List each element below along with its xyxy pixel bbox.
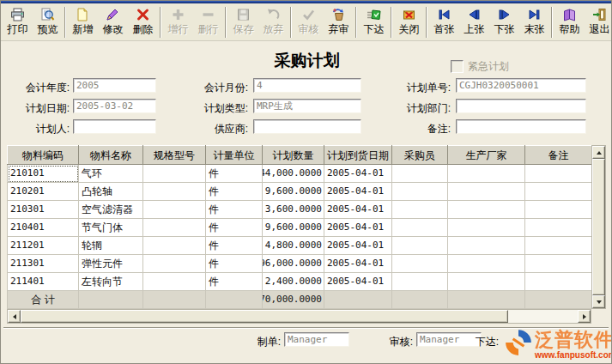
creator-input[interactable] [284,332,349,347]
cell-note[interactable] [525,273,592,291]
cell-manufacturer[interactable] [448,255,525,273]
fiscal-month-input[interactable] [253,78,361,93]
cell-spec[interactable] [143,219,206,237]
cell-buyer[interactable] [392,219,448,237]
scroll-up-button[interactable] [592,146,605,159]
cell-unit[interactable]: 件 [206,165,263,183]
issue-button[interactable]: 下达 [359,5,389,39]
cell-material-name[interactable]: 节气门体 [79,219,143,237]
plan-number-input[interactable] [456,78,586,93]
first-record-button[interactable]: 首张 [429,5,459,39]
cell-arrival-date[interactable]: 2005-04-01 [324,183,392,201]
cell-qty[interactable]: 4,800.0000 [263,237,324,255]
add-button[interactable]: 新增 [68,5,98,39]
plan-date-input[interactable] [73,99,156,113]
fiscal-year-input[interactable] [73,78,156,93]
cell-unit[interactable]: 件 [206,255,263,273]
table-row[interactable]: 211301 弹性元件 件 96,000.0000 2005-04-01 [8,255,592,273]
cell-unit[interactable]: 件 [206,273,263,291]
cell-spec[interactable] [143,255,206,273]
next-record-button[interactable]: 下张 [489,5,519,39]
preview-button[interactable]: 预览 [33,5,63,39]
cell-qty[interactable]: 3,600.0000 [263,201,324,219]
cell-material-name[interactable]: 左转向节 [79,273,143,291]
planner-input[interactable] [73,119,156,134]
cell-note[interactable] [525,219,592,237]
cell-arrival-date[interactable]: 2005-04-01 [324,219,392,237]
cell-unit[interactable]: 件 [206,237,263,255]
cell-qty[interactable]: 44,000.0000 [263,165,324,183]
unaudit-button[interactable]: 弃审 [324,5,354,39]
table-row[interactable]: 211201 轮辋 件 4,800.0000 2005-04-01 [8,237,592,255]
cell-spec[interactable] [143,237,206,255]
cell-material-name[interactable]: 凸轮轴 [79,183,143,201]
prev-record-button[interactable]: 上张 [459,5,489,39]
table-row[interactable]: 210401 节气门体 件 9,600.0000 2005-04-01 [8,219,592,237]
horizontal-scrollbar[interactable] [7,309,591,324]
cell-arrival-date[interactable]: 2005-04-01 [324,165,392,183]
cell-spec[interactable] [143,273,206,291]
print-button[interactable]: 打印 [3,5,33,39]
cell-qty[interactable]: 9,600.0000 [263,219,324,237]
cell-buyer[interactable] [392,183,448,201]
cell-buyer[interactable] [392,237,448,255]
plan-type-input[interactable] [253,99,361,113]
help-button[interactable]: 帮助 [554,5,585,39]
close-button[interactable]: 关闭 [394,5,424,39]
exit-button[interactable]: 退出 [585,5,612,39]
cell-material-name[interactable]: 弹性元件 [79,255,143,273]
cell-arrival-date[interactable]: 2005-04-01 [324,273,392,291]
vertical-scroll-thumb[interactable] [592,159,605,295]
cell-qty[interactable]: 2,400.0000 [263,273,324,291]
delete-button[interactable]: 删除 [128,5,158,39]
table-row[interactable]: 210101 气环 件 44,000.0000 2005-04-01 [8,165,592,183]
cell-manufacturer[interactable] [448,165,525,183]
cell-material-code[interactable]: 210201 [8,183,79,201]
table-row[interactable]: 210201 凸轮轴 件 9,600.0000 2005-04-01 [8,183,592,201]
scroll-left-button[interactable] [8,310,21,323]
table-row[interactable]: 210301 空气滤清器 件 3,600.0000 2005-04-01 [8,201,592,219]
cell-note[interactable] [525,237,592,255]
cell-material-code[interactable]: 211401 [8,273,79,291]
cell-unit[interactable]: 件 [206,219,263,237]
cell-arrival-date[interactable]: 2005-04-01 [324,201,392,219]
cell-unit[interactable]: 件 [206,183,263,201]
table-row[interactable]: 211401 左转向节 件 2,400.0000 2005-04-01 [8,273,592,291]
vertical-scrollbar[interactable] [591,145,606,309]
cell-spec[interactable] [143,165,206,183]
cell-material-code[interactable]: 210401 [8,219,79,237]
cell-material-name[interactable]: 空气滤清器 [79,201,143,219]
cell-buyer[interactable] [392,201,448,219]
cell-arrival-date[interactable]: 2005-04-01 [324,255,392,273]
cell-buyer[interactable] [392,165,448,183]
horizontal-scroll-thumb[interactable] [21,310,508,323]
cell-material-name[interactable]: 气环 [79,165,143,183]
supplier-input[interactable] [253,119,361,134]
cell-material-code[interactable]: 211201 [8,237,79,255]
cell-buyer[interactable] [392,273,448,291]
scroll-down-button[interactable] [592,295,605,308]
cell-note[interactable] [525,255,592,273]
cell-note[interactable] [525,183,592,201]
cell-material-code[interactable]: 211301 [8,255,79,273]
cell-unit[interactable]: 件 [206,201,263,219]
cell-material-code[interactable]: 210301 [8,201,79,219]
plan-department-input[interactable] [456,99,586,113]
cell-spec[interactable] [143,201,206,219]
cell-manufacturer[interactable] [448,183,525,201]
modify-button[interactable]: 修改 [98,5,128,39]
cell-note[interactable] [525,201,592,219]
cell-material-code[interactable]: 210101 [8,165,79,183]
cell-manufacturer[interactable] [448,219,525,237]
cell-arrival-date[interactable]: 2005-04-01 [324,237,392,255]
scroll-right-button[interactable] [578,310,591,323]
cell-qty[interactable]: 9,600.0000 [263,183,324,201]
cell-manufacturer[interactable] [448,273,525,291]
cell-buyer[interactable] [392,255,448,273]
cell-manufacturer[interactable] [448,201,525,219]
cell-spec[interactable] [143,183,206,201]
cell-material-name[interactable]: 轮辋 [79,237,143,255]
remark-input[interactable] [456,119,586,134]
cell-note[interactable] [525,165,592,183]
cell-manufacturer[interactable] [448,237,525,255]
